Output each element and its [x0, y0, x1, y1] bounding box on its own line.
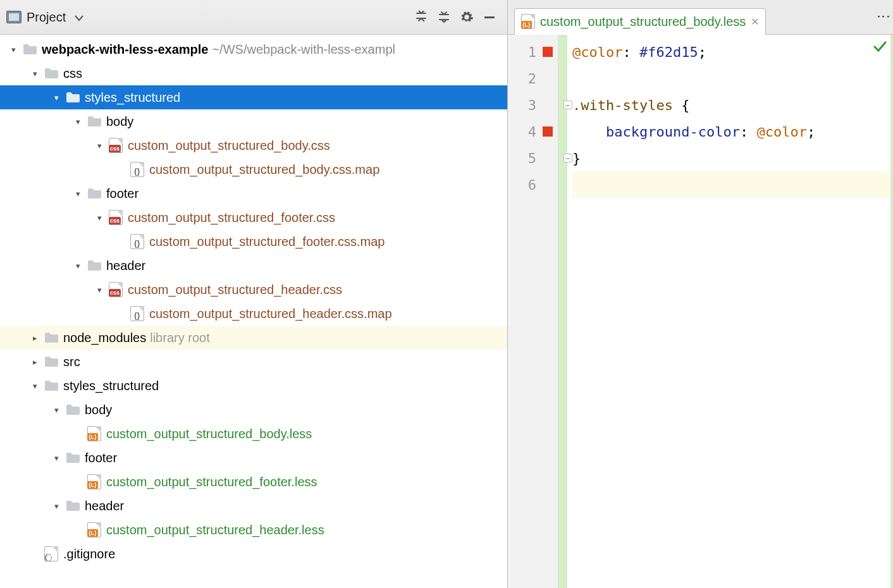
tree-item-label: header — [106, 259, 145, 273]
gutter-marker-icon[interactable] — [543, 47, 553, 57]
chevron-down-icon[interactable]: ▾ — [71, 261, 85, 271]
library-root-hint: library root — [150, 331, 209, 345]
error-stripe — [890, 35, 893, 588]
tree-item-label: custom_output_structured_header.css — [128, 283, 342, 297]
inspection-ok-icon[interactable] — [873, 40, 887, 57]
tree-file[interactable]: custom_output_structured_body.css.map — [0, 157, 507, 181]
tree-file[interactable]: .gitignore — [0, 542, 507, 566]
kebab-menu-icon[interactable]: ⋮ — [874, 0, 893, 34]
collapse-all-icon[interactable] — [410, 11, 433, 23]
tree-folder[interactable]: ▾webpack-with-less-example~/WS/webpack-w… — [0, 37, 507, 61]
fold-icon[interactable]: − — [564, 101, 572, 109]
text-file-icon — [43, 546, 59, 561]
chevron-down-icon[interactable]: ▾ — [49, 501, 63, 511]
hide-panel-icon[interactable] — [478, 11, 501, 23]
tree-folder[interactable]: ▾body — [0, 109, 507, 133]
tree-item-label: body — [85, 403, 112, 417]
tree-folder[interactable]: ▾footer — [0, 181, 507, 205]
tree-folder[interactable]: ▾styles_structured — [0, 374, 507, 398]
tree-item-label: custom_output_structured_footer.less — [106, 475, 317, 489]
chevron-down-icon[interactable]: ▾ — [71, 189, 85, 199]
folder-icon — [43, 332, 59, 343]
less-file-icon — [86, 522, 102, 537]
chevron-down-icon[interactable]: ▾ — [92, 141, 106, 150]
tree-file[interactable]: custom_output_structured_footer.css.map — [0, 230, 507, 254]
tree-folder[interactable]: ▸src — [0, 350, 507, 374]
tree-file[interactable]: ▾custom_output_structured_footer.css — [0, 205, 507, 230]
folder-icon — [65, 452, 81, 463]
folder-icon — [22, 44, 38, 55]
tree-folder[interactable]: ▾footer — [0, 446, 507, 470]
chevron-down-icon[interactable] — [75, 10, 83, 25]
tree-folder[interactable]: ▾header — [0, 494, 507, 518]
code-area[interactable]: @color: #f62d15; −.with-styles { backgro… — [567, 35, 893, 588]
folder-icon — [86, 116, 102, 127]
expand-all-icon[interactable] — [433, 11, 455, 23]
code-editor[interactable]: 1 2 3 4 5 6 @color: #f62d15; −.with-styl… — [508, 35, 893, 588]
chevron-down-icon[interactable]: ▾ — [6, 45, 20, 54]
map-file-icon — [129, 162, 145, 177]
code-token: background-color — [606, 124, 740, 140]
tree-item-label: custom_output_structured_header.css.map — [149, 307, 392, 321]
code-token: } — [572, 150, 581, 166]
tree-folder[interactable]: ▾css — [0, 61, 507, 85]
tree-item-label: custom_output_structured_footer.css.map — [149, 235, 385, 249]
code-token: @color — [572, 44, 622, 60]
fold-icon[interactable]: − — [564, 154, 572, 162]
css-file-icon — [108, 210, 124, 225]
tree-item-label: footer — [85, 451, 117, 465]
folder-icon — [43, 68, 59, 79]
chevron-down-icon[interactable]: ▾ — [28, 381, 42, 391]
css-file-icon — [108, 138, 124, 153]
tree-folder[interactable]: ▾styles_structured — [0, 85, 507, 109]
tree-item-label: src — [63, 355, 80, 369]
tree-item-label: custom_output_structured_body.less — [106, 427, 312, 441]
panel-title[interactable]: Project — [27, 10, 66, 25]
tree-file[interactable]: custom_output_structured_header.css.map — [0, 302, 507, 326]
editor-gutter: 1 2 3 4 5 6 — [508, 35, 558, 588]
tree-file[interactable]: custom_output_structured_footer.less — [0, 470, 507, 494]
tab-title: custom_output_structured_body.less — [540, 15, 746, 29]
tree-item-label: css — [63, 66, 82, 81]
tree-item-label: custom_output_structured_body.css.map — [149, 162, 379, 177]
tree-item-label: custom_output_structured_body.css — [128, 138, 330, 153]
gutter-marker-icon[interactable] — [543, 126, 553, 137]
tree-item-label: .gitignore — [63, 547, 115, 561]
project-tree[interactable]: ▾webpack-with-less-example~/WS/webpack-w… — [0, 35, 507, 588]
svg-rect-0 — [484, 16, 495, 18]
chevron-down-icon[interactable]: ▾ — [92, 285, 106, 295]
tree-file[interactable]: ▾custom_output_structured_header.css — [0, 278, 507, 302]
line-number: 6 — [508, 177, 536, 193]
tree-item-hint: ~/WS/webpack-with-less-exampl — [212, 42, 395, 57]
chevron-down-icon[interactable]: ▾ — [49, 453, 63, 463]
project-panel-header: Project — [0, 0, 507, 35]
editor-tab[interactable]: custom_output_structured_body.less ✕ — [514, 8, 766, 35]
chevron-down-icon[interactable]: ▾ — [49, 405, 63, 415]
gear-icon[interactable] — [455, 10, 478, 24]
folder-icon — [43, 380, 59, 391]
chevron-down-icon[interactable]: ▾ — [92, 213, 106, 223]
chevron-down-icon[interactable]: ▾ — [71, 117, 85, 126]
tree-item-label: header — [85, 499, 124, 513]
tree-item-label: node_modules — [63, 331, 146, 345]
tree-item-label: body — [106, 114, 133, 129]
close-icon[interactable]: ✕ — [751, 16, 759, 28]
chevron-down-icon[interactable]: ▾ — [28, 69, 42, 78]
tree-folder[interactable]: ▸node_moduleslibrary root — [0, 326, 507, 350]
tree-item-label: styles_structured — [85, 90, 180, 105]
tree-item-label: styles_structured — [63, 379, 159, 393]
chevron-right-icon[interactable]: ▸ — [28, 333, 42, 343]
line-number: 3 — [508, 97, 536, 113]
change-stripe — [558, 35, 567, 588]
code-token: .with-styles — [572, 97, 673, 113]
chevron-right-icon[interactable]: ▸ — [28, 357, 42, 367]
chevron-down-icon[interactable]: ▾ — [49, 93, 63, 102]
tree-folder[interactable]: ▾body — [0, 398, 507, 422]
line-number: 5 — [508, 150, 536, 166]
tree-file[interactable]: custom_output_structured_body.less — [0, 422, 507, 446]
tree-file[interactable]: ▾custom_output_structured_body.css — [0, 133, 507, 157]
folder-icon — [65, 500, 81, 511]
tree-file[interactable]: custom_output_structured_header.less — [0, 518, 507, 542]
project-icon — [6, 11, 22, 23]
tree-folder[interactable]: ▾header — [0, 254, 507, 278]
